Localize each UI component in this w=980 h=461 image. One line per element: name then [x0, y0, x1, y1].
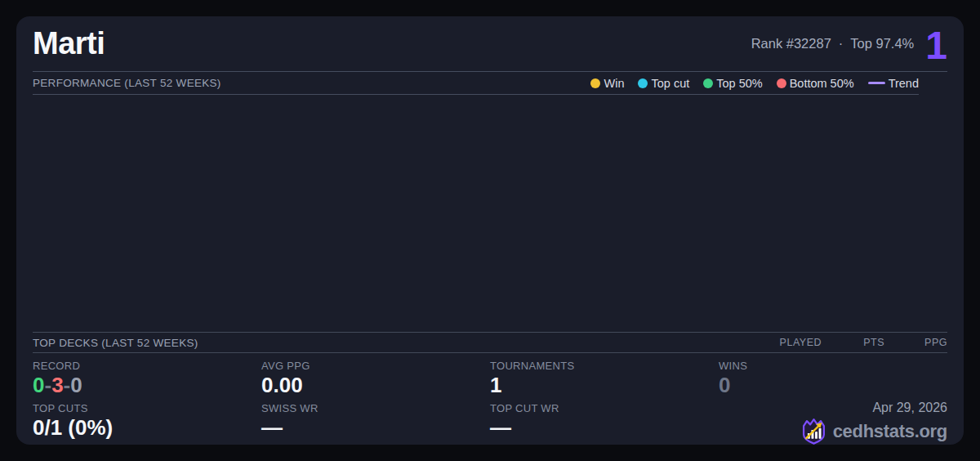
top-percent: Top 97.4% [850, 36, 914, 51]
legend-item-topcut: Top cut [638, 77, 689, 90]
topcut-dot-icon [638, 78, 648, 88]
brand-link[interactable]: cedhstats.org [719, 418, 947, 445]
win-dot-icon [590, 78, 600, 88]
column-header-played: PLAYED [759, 337, 822, 348]
legend-label: Trend [889, 77, 919, 90]
stat-swiss-wr: SWISS WR — [261, 402, 490, 445]
cedhstats-logo-icon [801, 418, 826, 445]
legend-item-win: Win [590, 77, 624, 90]
chart-legend: Win Top cut Top 50% Bottom 50% Trend [590, 77, 919, 90]
stat-value: 1 [490, 374, 719, 397]
top-decks-header-row: TOP DECKS (LAST 52 WEEKS) PLAYED PTS PPG [33, 332, 947, 353]
stat-label: WINS [719, 360, 947, 372]
stat-value: 0 [719, 374, 947, 397]
bottom50-dot-icon [777, 78, 786, 88]
legend-label: Win [604, 77, 624, 90]
performance-section: PERFORMANCE (LAST 52 WEEKS) Win Top cut … [33, 72, 919, 95]
stat-wins: WINS 0 [719, 360, 947, 402]
player-name: Marti [33, 26, 105, 61]
performance-header-row: PERFORMANCE (LAST 52 WEEKS) Win Top cut … [33, 72, 919, 95]
rank-text: Rank #32287 · Top 97.4% [751, 36, 915, 51]
stat-label: TOURNAMENTS [490, 360, 719, 372]
stat-label: RECORD [33, 360, 261, 372]
stat-top-cut-wr: TOP CUT WR — [490, 402, 719, 445]
stat-value: — [490, 416, 719, 440]
top50-dot-icon [703, 78, 713, 88]
stat-value: 0.00 [261, 374, 490, 397]
stat-top-cuts: TOP CUTS 0/1 (0%) [33, 402, 261, 445]
performance-chart-area [33, 95, 947, 332]
stat-value: — [261, 416, 490, 440]
rank-label: Rank #32287 [751, 36, 831, 51]
record-value: 0-3-0 [33, 374, 261, 397]
rank-separator: · [839, 36, 844, 51]
stat-record: RECORD 0-3-0 [33, 360, 261, 402]
rank-number: 1 [925, 28, 947, 63]
date: Apr 29, 2026 [719, 401, 947, 415]
card-footer: Apr 29, 2026 cedhstats.org [719, 402, 947, 445]
stat-label: AVG PPG [261, 360, 490, 372]
trend-line-icon [868, 82, 885, 84]
stat-label: TOP CUT WR [490, 402, 719, 414]
brand-text: cedhstats.org [833, 421, 947, 442]
stat-value: 0/1 (0%) [33, 416, 261, 440]
stat-label: SWISS WR [261, 402, 490, 414]
top-decks-section-title: TOP DECKS (LAST 52 WEEKS) [33, 337, 198, 349]
legend-label: Top cut [651, 77, 689, 90]
column-header-pts: PTS [822, 337, 884, 348]
record-separator: - [44, 373, 51, 397]
card-header: Marti Rank #32287 · Top 97.4% 1 [33, 16, 947, 71]
performance-section-title: PERFORMANCE (LAST 52 WEEKS) [33, 77, 221, 89]
top-decks-columns: PLAYED PTS PPG [759, 337, 947, 348]
record-losses: 3 [51, 373, 63, 397]
record-separator: - [64, 373, 71, 397]
legend-item-trend: Trend [868, 77, 919, 90]
column-header-ppg: PPG [884, 337, 947, 348]
stats-grid: RECORD 0-3-0 AVG PPG 0.00 TOURNAMENTS 1 … [33, 353, 947, 445]
stat-label: TOP CUTS [33, 402, 261, 414]
legend-label: Top 50% [716, 77, 762, 90]
legend-item-top50: Top 50% [703, 77, 762, 90]
record-wins: 0 [33, 373, 44, 397]
legend-label: Bottom 50% [790, 77, 854, 90]
legend-item-bottom50: Bottom 50% [777, 77, 854, 90]
stat-avg-ppg: AVG PPG 0.00 [261, 360, 490, 402]
player-stats-card: Marti Rank #32287 · Top 97.4% 1 PERFORMA… [16, 16, 964, 445]
record-draws: 0 [70, 373, 82, 397]
stat-tournaments: TOURNAMENTS 1 [490, 360, 719, 402]
rank-summary: Rank #32287 · Top 97.4% 1 [751, 26, 947, 61]
